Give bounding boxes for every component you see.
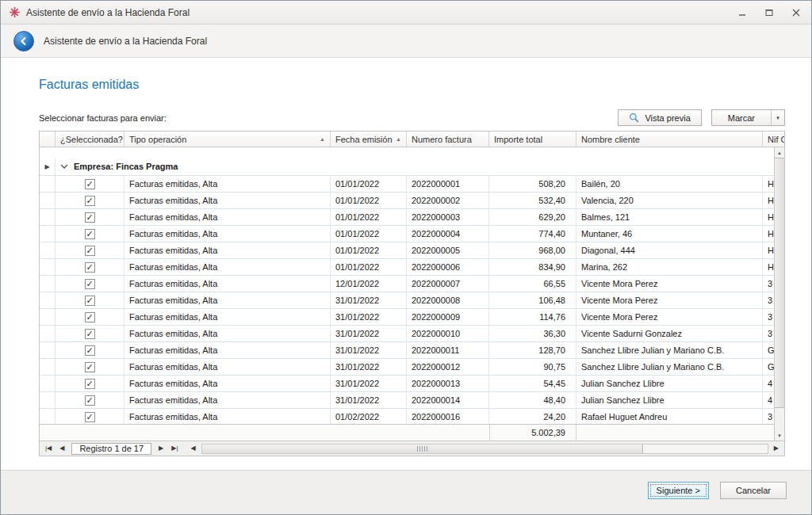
- header-tipo-label: Tipo operación: [129, 135, 186, 144]
- cell-nif-cliente: 3: [763, 292, 774, 308]
- mark-dropdown-arrow-icon[interactable]: ▼: [771, 110, 784, 125]
- header-importe-label: Importe total: [494, 135, 542, 144]
- preview-button[interactable]: Vista previa: [618, 109, 701, 126]
- cell-seleccionada: ✓: [56, 193, 124, 208]
- cell-nombre-cliente: Rafael Huguet Andreu: [576, 409, 763, 424]
- scrollbar-grip-icon: [417, 446, 427, 452]
- row-checkbox[interactable]: ✓: [85, 312, 95, 322]
- cell-importe-total: 106,48: [489, 292, 576, 308]
- hscroll-right-arrow[interactable]: ▶: [772, 445, 781, 452]
- invoice-row[interactable]: ✓Facturas emitidas, Alta31/01/2022202200…: [40, 376, 774, 392]
- invoice-row[interactable]: ✓Facturas emitidas, Alta01/01/2022202200…: [40, 242, 774, 259]
- last-record-button[interactable]: ▶|: [169, 445, 180, 452]
- cell-nif-cliente: H: [763, 176, 774, 192]
- hscroll-thumb[interactable]: [202, 444, 643, 453]
- cell-nombre-cliente: Vicente Mora Perez: [576, 309, 763, 325]
- grid-spacer-row: [40, 147, 774, 158]
- cell-importe-total: 48,40: [489, 392, 576, 408]
- header-fecha-emision[interactable]: Fecha emisión▲: [331, 132, 407, 147]
- horizontal-scrollbar[interactable]: [201, 444, 768, 454]
- invoice-row[interactable]: ✓Facturas emitidas, Alta01/02/2022202200…: [40, 409, 774, 424]
- collapse-chevron-icon[interactable]: [60, 164, 68, 169]
- row-checkbox[interactable]: ✓: [85, 229, 95, 239]
- close-icon[interactable]: [791, 7, 802, 18]
- minimize-icon[interactable]: [737, 7, 748, 18]
- row-indicator-cell: [40, 376, 56, 391]
- cell-fecha-emision: 31/01/2022: [331, 326, 407, 341]
- invoice-row[interactable]: ✓Facturas emitidas, Alta31/01/2022202200…: [40, 359, 774, 376]
- header-nombre-cliente[interactable]: Nombre cliente: [576, 132, 763, 147]
- cell-nif-cliente: 3: [763, 309, 774, 325]
- header-indicator: [40, 132, 56, 147]
- invoice-row[interactable]: ✓Facturas emitidas, Alta31/01/2022202200…: [40, 326, 774, 342]
- row-checkbox[interactable]: ✓: [85, 212, 95, 223]
- scroll-up-arrow[interactable]: ▲: [775, 147, 784, 158]
- cell-importe-total: 508,20: [489, 176, 576, 192]
- cell-importe-total: 114,76: [489, 309, 576, 325]
- next-button[interactable]: Siguiente >: [648, 482, 709, 499]
- wizard-header: Asistente de envío a la Hacienda Foral: [1, 25, 811, 58]
- next-record-button[interactable]: ▶: [156, 445, 166, 452]
- cell-importe-total: 629,20: [489, 209, 576, 225]
- mark-button[interactable]: Marcar: [712, 110, 771, 125]
- scroll-down-arrow[interactable]: ▼: [775, 430, 784, 441]
- invoice-row[interactable]: ✓Facturas emitidas, Alta12/01/2022202200…: [40, 276, 774, 292]
- row-indicator-cell: [40, 359, 56, 375]
- instruction-label: Seleccionar facturas para enviar:: [39, 113, 618, 123]
- row-checkbox[interactable]: ✓: [85, 296, 95, 306]
- invoice-row[interactable]: ✓Facturas emitidas, Alta01/01/2022202200…: [40, 209, 774, 226]
- row-checkbox[interactable]: ✓: [85, 196, 95, 206]
- header-seleccionada-label: ¿Seleccionada?: [60, 135, 123, 144]
- header-numero-factura[interactable]: Numero factura: [407, 132, 489, 147]
- header-importe-total[interactable]: Importe total: [489, 132, 576, 147]
- row-checkbox[interactable]: ✓: [85, 345, 95, 356]
- header-seleccionada[interactable]: ¿Seleccionada?: [56, 132, 124, 147]
- cell-numero-factura: 2022000010: [407, 326, 489, 341]
- prev-record-button[interactable]: ◀: [57, 445, 67, 452]
- row-checkbox[interactable]: ✓: [85, 395, 95, 406]
- cell-importe-total: 532,40: [489, 193, 576, 208]
- first-record-button[interactable]: |◀: [43, 445, 54, 452]
- invoice-row[interactable]: ✓Facturas emitidas, Alta31/01/2022202200…: [40, 309, 774, 326]
- row-checkbox[interactable]: ✓: [85, 246, 95, 256]
- back-button[interactable]: [13, 31, 34, 52]
- cancel-button[interactable]: Cancelar: [720, 482, 787, 499]
- cell-numero-factura: 2022000008: [407, 292, 489, 308]
- invoice-row[interactable]: ✓Facturas emitidas, Alta01/01/2022202200…: [40, 176, 774, 193]
- row-checkbox[interactable]: ✓: [85, 262, 95, 273]
- row-checkbox[interactable]: ✓: [85, 279, 95, 289]
- header-tipo-operacion[interactable]: Tipo operación▲: [124, 132, 331, 147]
- header-cliente-label: Nombre cliente: [581, 135, 640, 144]
- hscroll-left-arrow[interactable]: ◀: [189, 445, 198, 452]
- invoice-row[interactable]: ✓Facturas emitidas, Alta01/01/2022202200…: [40, 259, 774, 276]
- invoice-row[interactable]: ✓Facturas emitidas, Alta01/01/2022202200…: [40, 193, 774, 209]
- invoice-row[interactable]: ✓Facturas emitidas, Alta31/01/2022202200…: [40, 292, 774, 309]
- row-checkbox[interactable]: ✓: [85, 329, 95, 339]
- invoices-grid: ¿Seleccionada? Tipo operación▲ Fecha emi…: [39, 131, 785, 456]
- invoice-row[interactable]: ✓Facturas emitidas, Alta31/01/2022202200…: [40, 392, 774, 409]
- invoice-row[interactable]: ✓Facturas emitidas, Alta01/01/2022202200…: [40, 226, 774, 242]
- cell-tipo-operacion: Facturas emitidas, Alta: [124, 209, 331, 225]
- row-checkbox[interactable]: ✓: [85, 412, 95, 422]
- preview-button-label: Vista previa: [645, 113, 690, 123]
- cell-fecha-emision: 01/01/2022: [331, 209, 407, 225]
- row-checkbox[interactable]: ✓: [85, 362, 95, 372]
- cell-tipo-operacion: Facturas emitidas, Alta: [124, 376, 331, 391]
- vscroll-thumb[interactable]: [775, 158, 784, 408]
- invoice-row[interactable]: ✓Facturas emitidas, Alta31/01/2022202200…: [40, 342, 774, 359]
- vertical-scrollbar[interactable]: ▲ ▼: [774, 147, 784, 441]
- group-row-empresa[interactable]: ▶ Empresa: Fincas Pragma: [40, 158, 774, 176]
- maximize-icon[interactable]: [764, 7, 775, 18]
- cell-numero-factura: 2022000014: [407, 392, 489, 408]
- row-checkbox[interactable]: ✓: [85, 179, 95, 189]
- vscroll-track[interactable]: [775, 158, 784, 430]
- cell-seleccionada: ✓: [56, 359, 124, 375]
- cell-seleccionada: ✓: [56, 176, 124, 192]
- row-indicator-cell: [40, 409, 56, 424]
- window-controls: [737, 7, 802, 18]
- cell-nombre-cliente: Vicente Mora Perez: [576, 292, 763, 308]
- cell-nif-cliente: 3: [763, 409, 774, 424]
- cell-fecha-emision: 01/02/2022: [331, 409, 407, 424]
- row-checkbox[interactable]: ✓: [85, 379, 95, 389]
- header-nif-cliente[interactable]: Nif C: [763, 132, 784, 147]
